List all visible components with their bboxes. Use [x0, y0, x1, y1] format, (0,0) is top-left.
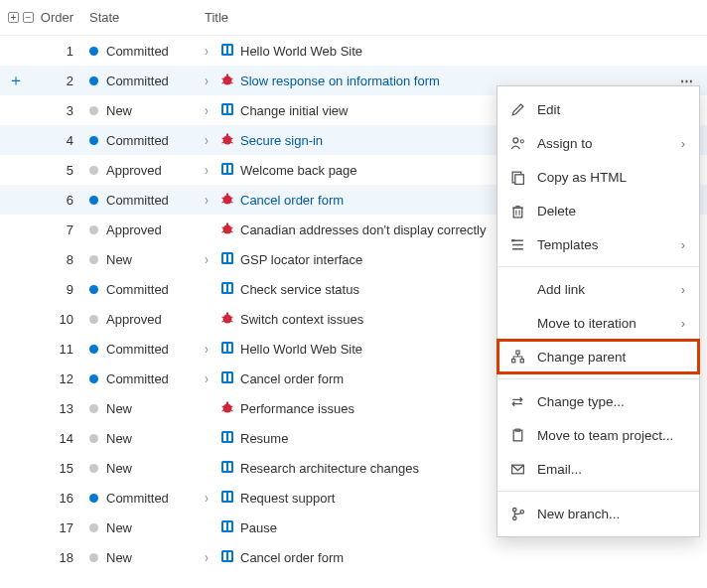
bug-icon — [220, 400, 234, 417]
state-dot-icon — [89, 434, 98, 443]
work-item-title[interactable]: GSP locator interface — [240, 252, 362, 267]
expand-collapse-controls: + − — [0, 12, 38, 23]
work-item-title[interactable]: Cancel order form — [240, 550, 344, 565]
work-item-title[interactable]: Secure sign-in — [240, 133, 323, 148]
cell-state: New — [87, 252, 199, 267]
chevron-right-icon: › — [681, 136, 685, 151]
chevron-right-icon[interactable]: › — [205, 192, 214, 209]
work-item-title[interactable]: Welcome back page — [240, 163, 357, 178]
state-label: New — [106, 520, 132, 535]
menu-item-moveproj[interactable]: Move to team project... — [497, 418, 699, 452]
work-item-title[interactable]: Change initial view — [240, 103, 348, 118]
tree-icon — [509, 350, 525, 365]
state-label: New — [106, 550, 132, 565]
pbi-icon — [220, 549, 234, 566]
menu-item-label: Change type... — [537, 394, 685, 409]
menu-item-label: Change parent — [537, 350, 685, 365]
chevron-right-icon: › — [681, 237, 685, 252]
menu-item-addlink[interactable]: Add link› — [497, 272, 699, 306]
chevron-right-icon[interactable]: › — [205, 132, 214, 149]
state-label: New — [106, 252, 132, 267]
state-label: Approved — [106, 163, 162, 178]
cell-order: 6 — [38, 193, 87, 208]
branch-icon — [509, 507, 525, 521]
cell-state: New — [87, 520, 199, 535]
collapse-all-icon[interactable]: − — [23, 12, 34, 23]
work-item-title[interactable]: Check service status — [240, 282, 359, 297]
work-item-title[interactable]: Switch context issues — [240, 312, 363, 327]
pbi-icon — [220, 430, 234, 447]
pbi-icon — [220, 490, 234, 507]
pbi-icon — [220, 341, 234, 358]
state-label: New — [106, 401, 132, 416]
work-item-title[interactable]: Pause — [240, 520, 277, 535]
work-item-title[interactable]: Performance issues — [240, 401, 354, 416]
pbi-icon — [220, 102, 234, 119]
state-label: Committed — [106, 193, 169, 208]
menu-item-copyhtml[interactable]: Copy as HTML — [497, 160, 699, 194]
cell-order: 13 — [38, 401, 87, 416]
state-dot-icon — [89, 404, 98, 413]
pbi-icon — [220, 251, 234, 268]
menu-item-delete[interactable]: Delete — [497, 194, 699, 227]
work-item-title[interactable]: Cancel order form — [240, 371, 344, 386]
column-header-state[interactable]: State — [87, 10, 199, 25]
cell-state: New — [87, 103, 199, 118]
table-row[interactable]: 18 New›Cancel order form — [0, 542, 707, 572]
mail-icon — [509, 462, 525, 477]
column-header-title[interactable]: Title — [199, 10, 667, 25]
work-item-title[interactable]: Canadian addresses don't display correct… — [240, 222, 486, 237]
cell-order: 5 — [38, 163, 87, 178]
pbi-icon — [220, 519, 234, 536]
chevron-right-icon[interactable]: › — [205, 251, 214, 268]
cell-state: Approved — [87, 222, 199, 237]
pbi-icon — [220, 43, 234, 60]
chevron-right-icon[interactable]: › — [205, 341, 214, 358]
menu-item-newbranch[interactable]: New branch... — [497, 497, 699, 530]
work-item-title[interactable]: Cancel order form — [240, 193, 344, 208]
bug-icon — [220, 311, 234, 328]
state-dot-icon — [89, 47, 98, 56]
work-item-title[interactable]: Hello World Web Site — [240, 342, 362, 357]
work-item-title[interactable]: Hello World Web Site — [240, 44, 362, 59]
state-dot-icon — [89, 345, 98, 354]
state-dot-icon — [89, 225, 98, 234]
table-row[interactable]: 1 Committed›Hello World Web Site — [0, 36, 707, 66]
cell-state: Committed — [87, 282, 199, 297]
cell-state: Approved — [87, 163, 199, 178]
menu-item-assign[interactable]: Assign to› — [497, 126, 699, 160]
chevron-right-icon[interactable]: › — [205, 370, 214, 387]
cell-state: New — [87, 401, 199, 416]
chevron-right-icon[interactable]: › — [205, 549, 214, 566]
menu-item-email[interactable]: Email... — [497, 452, 699, 486]
work-item-title[interactable]: Slow response on information form — [240, 74, 440, 88]
cell-order: 12 — [38, 371, 87, 386]
menu-separator — [497, 378, 699, 379]
cell-order: 10 — [38, 312, 87, 327]
cell-state: Committed — [87, 193, 199, 208]
column-header-order[interactable]: Order — [38, 10, 87, 25]
work-item-title[interactable]: Research architecture changes — [240, 461, 419, 476]
chevron-right-icon[interactable]: › — [205, 490, 214, 507]
menu-item-edit[interactable]: Edit — [497, 92, 699, 126]
menu-item-label: Move to iteration — [537, 316, 669, 331]
state-dot-icon — [89, 315, 98, 324]
state-dot-icon — [89, 494, 98, 503]
state-dot-icon — [89, 255, 98, 264]
add-item-icon[interactable]: ＋ — [8, 71, 24, 91]
chevron-right-icon[interactable]: › — [205, 43, 214, 60]
chevron-right-icon[interactable]: › — [205, 73, 214, 89]
state-label: Approved — [106, 312, 162, 327]
chevron-right-icon[interactable]: › — [205, 102, 214, 119]
state-dot-icon — [89, 106, 98, 115]
menu-item-chtype[interactable]: Change type... — [497, 384, 699, 418]
cell-order: 16 — [38, 491, 87, 506]
menu-item-templates[interactable]: Templates› — [497, 227, 699, 261]
expand-all-icon[interactable]: + — [8, 12, 19, 23]
work-item-title[interactable]: Request support — [240, 491, 335, 506]
chevron-right-icon[interactable]: › — [205, 162, 214, 179]
menu-item-moveiter[interactable]: Move to iteration› — [497, 306, 699, 340]
menu-item-chparent[interactable]: Change parent — [497, 340, 699, 373]
work-item-title[interactable]: Resume — [240, 431, 288, 446]
cell-state: Committed — [87, 342, 199, 357]
